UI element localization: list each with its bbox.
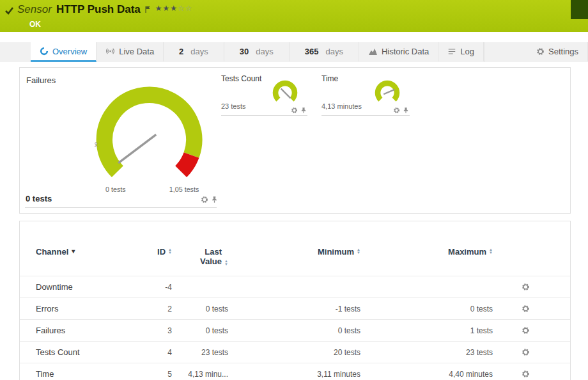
tab-settings[interactable]: Settings (527, 42, 588, 62)
column-label: Maximum (448, 247, 486, 257)
channel-last-value: 23 tests (172, 348, 228, 357)
gauge-min-label: 0 tests (105, 186, 126, 193)
main-gauge-title: Failures (26, 75, 56, 85)
channel-settings-gear-icon[interactable] (522, 348, 530, 356)
area-chart-icon (368, 47, 378, 56)
channel-last-value: 4,13 minu... (172, 370, 228, 379)
tab-number: 2 (179, 47, 183, 56)
channel-minimum: 0 tests (228, 326, 360, 335)
mini-gauge-value: 23 tests (221, 102, 246, 110)
sort-icon: ▲▼ (224, 260, 228, 266)
pin-icon[interactable] (300, 107, 307, 114)
sensor-status-badge: OK (29, 20, 41, 29)
channel-name[interactable]: Downtime (36, 282, 138, 292)
mini-gauge-tests-count: Tests Count 23 tests (221, 74, 307, 116)
channel-maximum: 4,40 minutes (360, 370, 493, 379)
channel-name[interactable]: Tests Count (36, 347, 138, 357)
mini-gauge-time: Time 4,13 minutes (321, 74, 410, 116)
channels-table-panel: Channel ▾ ID ▲▼ Last Value ▲▼ Minimum ▲▼… (19, 221, 571, 380)
tab-log[interactable]: Log (438, 42, 484, 62)
channel-id: 3 (138, 326, 172, 335)
column-header-maximum[interactable]: Maximum ▲▼ (360, 247, 493, 257)
tab-number: 30 (240, 47, 249, 56)
prtg-sensor-page: Sensor HTTP Push Data ★★★☆☆ OK Overview (0, 0, 588, 380)
tab-label: days (190, 47, 208, 56)
table-row: Downtime -4 (20, 276, 570, 297)
tab-2-days[interactable]: 2 days (164, 42, 224, 62)
gauge-mean-marker: x̄ (95, 141, 98, 148)
gear-icon (536, 47, 545, 56)
main-gauge-divider (25, 207, 217, 208)
channel-maximum: 1 tests (360, 326, 493, 335)
tab-bar: Overview Live Data 2 days 30 days 365 da… (0, 42, 588, 62)
sort-desc-icon: ▾ (72, 247, 75, 255)
tab-label: Overview (52, 47, 87, 56)
flag-icon[interactable] (145, 4, 151, 16)
tab-label: Settings (548, 47, 578, 56)
sort-icon: ▲▼ (489, 248, 493, 255)
channel-settings-gear-icon[interactable] (522, 305, 530, 313)
channel-id: 5 (138, 370, 172, 379)
stars-empty: ☆☆ (178, 4, 193, 13)
tab-30-days[interactable]: 30 days (224, 42, 290, 62)
mini-gauge-value: 4,13 minutes (321, 102, 362, 110)
channel-id: 2 (138, 305, 172, 313)
tests-count-gauge (270, 78, 300, 107)
tab-label: Log (460, 47, 474, 56)
tab-historic-data[interactable]: Historic Data (359, 42, 438, 62)
channel-last-value: 0 tests (172, 326, 228, 335)
channel-maximum: 0 tests (360, 305, 493, 313)
tab-overview[interactable]: Overview (31, 42, 97, 62)
failures-gauge: x̄ 0 tests 1,05 tests (87, 77, 212, 202)
channel-name[interactable]: Time (36, 369, 138, 379)
column-label: Last Value (186, 247, 222, 266)
column-header-channel[interactable]: Channel ▾ (36, 247, 138, 257)
pin-icon[interactable] (211, 196, 218, 203)
gear-icon[interactable] (393, 107, 400, 114)
column-header-id[interactable]: ID ▲▼ (138, 247, 172, 257)
channel-last-value: 0 tests (172, 305, 228, 313)
tab-bar-spacer (0, 42, 31, 62)
sensor-header: Sensor HTTP Push Data ★★★☆☆ OK (0, 0, 588, 32)
broadcast-icon (105, 47, 115, 56)
main-gauge-current-value: 0 tests (26, 194, 52, 203)
pin-icon[interactable] (403, 107, 409, 114)
channel-id: -4 (138, 283, 172, 292)
table-row: Errors 2 0 tests -1 tests 0 tests (20, 297, 570, 319)
table-row: Tests Count 4 23 tests 20 tests 23 tests (20, 341, 570, 363)
channel-minimum: 20 tests (228, 348, 360, 357)
time-gauge (373, 78, 402, 107)
tab-live-data[interactable]: Live Data (97, 42, 164, 62)
table-row: Time 5 4,13 minu... 3,11 minutes 4,40 mi… (20, 363, 570, 380)
sensor-title: HTTP Push Data (56, 3, 141, 16)
sensor-kind-label: Sensor (17, 3, 52, 16)
tab-number: 365 (305, 47, 319, 56)
log-list-icon (447, 47, 456, 56)
header-right-strip (571, 0, 588, 19)
channel-settings-gear-icon[interactable] (522, 370, 530, 378)
main-gauge-actions (201, 196, 218, 203)
channel-maximum: 23 tests (360, 348, 493, 357)
tab-bar-filler (484, 42, 527, 62)
gear-icon[interactable] (201, 196, 208, 203)
gauges-panel: Failures x̄ 0 tests 1,05 tests 0 tests T… (19, 67, 571, 214)
mini-gauge-actions (291, 107, 307, 114)
channel-settings-gear-icon[interactable] (522, 283, 530, 291)
column-header-minimum[interactable]: Minimum ▲▼ (228, 247, 360, 257)
tab-label: days (256, 47, 273, 56)
channel-name[interactable]: Errors (36, 304, 138, 313)
channel-minimum: -1 tests (228, 305, 360, 313)
overview-donut-icon (40, 47, 49, 56)
column-label: ID (157, 247, 166, 257)
tab-label: Historic Data (382, 47, 429, 56)
gear-icon[interactable] (291, 107, 298, 114)
mini-gauge-actions (393, 107, 409, 114)
channel-settings-gear-icon[interactable] (522, 326, 530, 335)
tab-365-days[interactable]: 365 days (290, 42, 359, 62)
channel-id: 4 (138, 348, 172, 357)
priority-stars[interactable]: ★★★☆☆ (155, 4, 193, 13)
column-label: Minimum (318, 247, 354, 257)
ok-check-icon (5, 6, 14, 17)
column-header-last-value[interactable]: Last Value ▲▼ (172, 247, 228, 266)
channel-name[interactable]: Failures (36, 326, 138, 335)
